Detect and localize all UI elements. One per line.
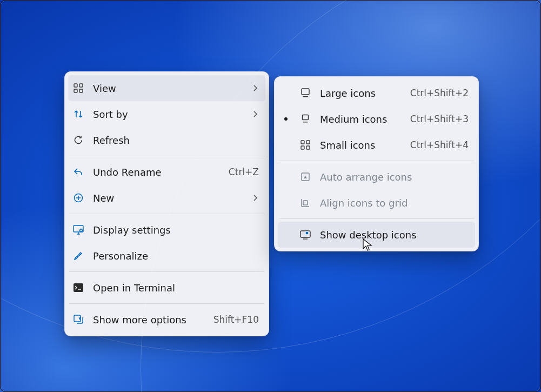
svg-point-20: [305, 231, 309, 235]
menu-item-label: New: [93, 192, 244, 204]
menu-item-label: Undo Rename: [93, 167, 221, 178]
menu-separator: [69, 303, 264, 304]
auto-arrange-icon: [298, 170, 312, 184]
menu-item-label: Show more options: [93, 314, 206, 325]
menu-item-label: Align icons to grid: [320, 197, 469, 209]
menu-item-label: Personalize: [93, 250, 259, 262]
menu-item-shortcut: Shift+F10: [213, 314, 259, 325]
desktop-icon: [298, 228, 312, 242]
sort-icon: [71, 107, 85, 121]
svg-rect-7: [74, 283, 83, 292]
view-submenu: Large icons Ctrl+Shift+2 Medium icons Ct…: [274, 76, 479, 251]
chevron-right-icon: [251, 110, 259, 118]
menu-item-view[interactable]: View: [68, 75, 265, 101]
more-options-icon: [71, 313, 85, 327]
submenu-item-align-grid[interactable]: Align icons to grid: [278, 190, 475, 216]
desktop-context-menu: View Sort by Refresh Undo Rena: [64, 71, 269, 336]
svg-rect-1: [79, 84, 83, 87]
menu-item-new[interactable]: New: [68, 185, 265, 211]
refresh-icon: [71, 133, 85, 147]
svg-rect-10: [303, 96, 308, 97]
menu-item-shortcut: Ctrl+Shift+2: [410, 88, 469, 98]
menu-item-shortcut: Ctrl+Shift+3: [410, 114, 469, 124]
undo-icon: [71, 165, 85, 179]
menu-item-personalize[interactable]: Personalize: [68, 243, 265, 269]
svg-rect-14: [306, 141, 310, 144]
submenu-item-auto-arrange[interactable]: Auto arrange icons: [278, 164, 475, 190]
submenu-item-large-icons[interactable]: Large icons Ctrl+Shift+2: [278, 80, 475, 106]
menu-item-refresh[interactable]: Refresh: [68, 127, 265, 153]
submenu-item-show-desktop-icons[interactable]: Show desktop icons: [278, 222, 475, 248]
chevron-right-icon: [251, 84, 259, 92]
svg-rect-3: [79, 89, 83, 92]
svg-rect-13: [301, 141, 304, 144]
menu-item-shortcut: Ctrl+Z: [229, 167, 259, 177]
radio-indicator: [281, 117, 291, 121]
menu-item-undo-rename[interactable]: Undo Rename Ctrl+Z: [68, 159, 265, 185]
svg-rect-16: [306, 146, 310, 149]
menu-item-label: Sort by: [93, 109, 244, 120]
svg-rect-15: [301, 146, 304, 149]
display-settings-icon: [71, 223, 85, 237]
menu-separator: [279, 218, 474, 219]
svg-rect-12: [303, 122, 308, 123]
paintbrush-icon: [71, 249, 85, 263]
svg-rect-11: [303, 115, 309, 120]
chevron-right-icon: [251, 194, 259, 202]
svg-rect-18: [303, 201, 308, 205]
menu-item-label: View: [93, 83, 244, 94]
small-icons-icon: [298, 138, 312, 152]
menu-separator: [69, 214, 264, 214]
submenu-item-small-icons[interactable]: Small icons Ctrl+Shift+4: [278, 132, 475, 158]
menu-separator: [69, 156, 264, 156]
submenu-item-medium-icons[interactable]: Medium icons Ctrl+Shift+3: [278, 106, 475, 132]
menu-item-label: Large icons: [320, 88, 403, 99]
menu-separator: [69, 271, 264, 272]
plus-circle-icon: [71, 191, 85, 205]
medium-icons-icon: [298, 112, 312, 126]
menu-item-label: Open in Terminal: [93, 282, 259, 294]
grid-icon: [71, 81, 85, 95]
menu-item-label: Small icons: [320, 139, 403, 151]
menu-item-sort-by[interactable]: Sort by: [68, 101, 265, 127]
menu-item-show-more-options[interactable]: Show more options Shift+F10: [68, 307, 265, 333]
terminal-icon: [71, 281, 85, 295]
menu-item-label: Show desktop icons: [320, 229, 469, 241]
menu-item-display-settings[interactable]: Display settings: [68, 217, 265, 243]
large-icons-icon: [298, 86, 312, 100]
menu-item-label: Medium icons: [320, 114, 403, 125]
menu-item-label: Auto arrange icons: [320, 171, 469, 183]
svg-rect-9: [302, 89, 309, 95]
align-grid-icon: [298, 196, 312, 210]
menu-item-open-terminal[interactable]: Open in Terminal: [68, 275, 265, 301]
svg-rect-0: [74, 84, 77, 87]
svg-rect-2: [74, 89, 77, 92]
menu-item-label: Refresh: [93, 135, 259, 146]
menu-item-label: Display settings: [93, 224, 259, 236]
menu-separator: [279, 161, 474, 161]
svg-point-6: [80, 229, 83, 232]
menu-item-shortcut: Ctrl+Shift+4: [410, 139, 469, 150]
